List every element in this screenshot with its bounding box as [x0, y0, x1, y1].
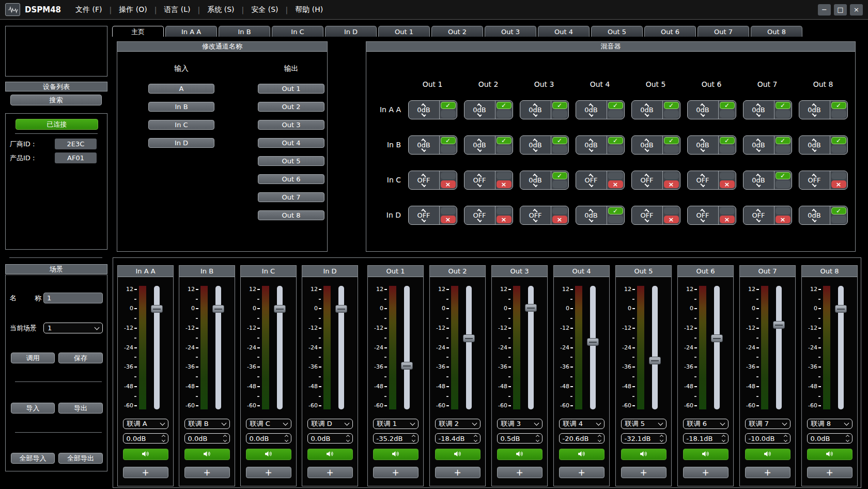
add-button[interactable]: +	[621, 467, 667, 478]
rename-input-button-in-c[interactable]: In C	[148, 120, 214, 130]
route-enable-button[interactable]	[664, 207, 679, 215]
route-disable-button[interactable]	[497, 110, 512, 118]
route-disable-button[interactable]: ×	[831, 180, 846, 188]
gain-value-spinner[interactable]: -35.2dB	[373, 433, 419, 444]
mute-button[interactable]	[307, 449, 353, 460]
route-enable-button[interactable]	[664, 172, 679, 179]
route-disable-button[interactable]	[720, 145, 735, 153]
add-button[interactable]: +	[683, 467, 729, 478]
add-button[interactable]: +	[497, 467, 542, 478]
rename-output-button-out-3[interactable]: Out 3	[258, 120, 324, 130]
tab-in-c[interactable]: In C	[272, 26, 323, 37]
route-disable-button[interactable]	[831, 216, 846, 223]
add-button[interactable]: +	[123, 467, 168, 478]
rename-output-button-out-2[interactable]: Out 2	[258, 102, 324, 112]
route-disable-button[interactable]: ×	[441, 216, 456, 223]
fader-thumb[interactable]	[525, 304, 537, 312]
rename-output-button-out-8[interactable]: Out 8	[258, 210, 324, 220]
tab-in-a-a[interactable]: In A A	[165, 26, 217, 37]
add-button[interactable]: +	[435, 467, 481, 478]
route-enable-button[interactable]	[720, 207, 735, 215]
route-enable-button[interactable]	[441, 207, 456, 215]
gain-value-spinner[interactable]: 0.0dB	[123, 433, 168, 444]
link-group-select[interactable]: 联调 7	[745, 419, 791, 429]
tab-in-b[interactable]: In B	[219, 26, 270, 37]
mute-button[interactable]	[807, 449, 853, 460]
rename-output-button-out-6[interactable]: Out 6	[258, 174, 324, 184]
fader-track[interactable]	[404, 286, 410, 409]
mixer-gain-spinner[interactable]: OFF	[743, 206, 774, 224]
route-enable-button[interactable]: ✓	[441, 102, 456, 110]
add-button[interactable]: +	[745, 467, 791, 478]
link-group-select[interactable]: 联调 3	[497, 419, 542, 429]
mixer-gain-spinner[interactable]: 0dB	[688, 101, 718, 119]
mixer-gain-spinner[interactable]: 0dB	[409, 101, 439, 119]
add-button[interactable]: +	[559, 467, 605, 478]
close-button[interactable]: ×	[850, 4, 863, 16]
mixer-gain-spinner[interactable]: 0dB	[688, 136, 718, 154]
route-disable-button[interactable]	[831, 145, 846, 153]
search-button[interactable]: 搜索	[10, 95, 102, 105]
mixer-gain-spinner[interactable]: 0dB	[743, 171, 774, 189]
mixer-gain-spinner[interactable]: OFF	[688, 171, 718, 189]
add-button[interactable]: +	[307, 467, 353, 478]
fader-thumb[interactable]	[711, 334, 723, 342]
route-disable-button[interactable]: ×	[720, 216, 735, 223]
link-group-select[interactable]: 联调 A	[123, 419, 168, 429]
mixer-gain-spinner[interactable]: 0dB	[799, 101, 830, 119]
fader-track[interactable]	[776, 286, 782, 409]
tab-out-7[interactable]: Out 7	[698, 26, 749, 37]
tab-主页[interactable]: 主页	[112, 26, 164, 37]
gain-value-spinner[interactable]: -18.1dB	[683, 433, 729, 444]
route-enable-button[interactable]: ✓	[720, 102, 735, 110]
mixer-gain-spinner[interactable]: OFF	[576, 171, 607, 189]
mixer-gain-spinner[interactable]: OFF	[632, 206, 662, 224]
mixer-gain-spinner[interactable]: 0dB	[799, 136, 830, 154]
gain-value-spinner[interactable]: -32.1dB	[621, 433, 667, 444]
current-scene-select[interactable]: 1	[43, 323, 103, 333]
route-disable-button[interactable]	[776, 110, 791, 118]
rename-output-button-out-7[interactable]: Out 7	[258, 192, 324, 202]
route-disable-button[interactable]: ×	[497, 216, 512, 223]
route-enable-button[interactable]: ✓	[831, 137, 846, 145]
route-enable-button[interactable]: ✓	[776, 137, 791, 145]
route-enable-button[interactable]	[441, 172, 456, 179]
route-disable-button[interactable]	[608, 145, 623, 153]
add-button[interactable]: +	[184, 467, 230, 478]
route-enable-button[interactable]: ✓	[831, 207, 846, 215]
route-enable-button[interactable]: ✓	[608, 207, 623, 215]
route-enable-button[interactable]: ✓	[497, 137, 512, 145]
menu-item-6[interactable]: 帮助 (H)	[288, 5, 330, 14]
save-button[interactable]: 保存	[58, 353, 103, 363]
route-disable-button[interactable]: ×	[664, 180, 679, 188]
route-enable-button[interactable]: ✓	[776, 172, 791, 180]
fader-thumb[interactable]	[335, 305, 347, 313]
route-enable-button[interactable]: ✓	[664, 102, 679, 110]
mute-button[interactable]	[497, 449, 542, 460]
fader-track[interactable]	[652, 286, 658, 409]
route-disable-button[interactable]: ×	[776, 216, 791, 223]
route-disable-button[interactable]: ×	[552, 216, 567, 223]
link-group-select[interactable]: 联调 C	[246, 419, 291, 429]
gain-value-spinner[interactable]: 0.5dB	[497, 433, 542, 444]
route-enable-button[interactable]: ✓	[552, 172, 567, 180]
mute-button[interactable]	[184, 449, 230, 460]
menu-item-2[interactable]: 操作 (O)	[112, 5, 154, 14]
add-button[interactable]: +	[246, 467, 291, 478]
fader-thumb[interactable]	[151, 305, 163, 313]
rename-input-button-in-b[interactable]: In B	[148, 102, 214, 112]
tab-out-5[interactable]: Out 5	[591, 26, 643, 37]
scene-name-input[interactable]	[43, 293, 103, 303]
mixer-gain-spinner[interactable]: 0dB	[576, 136, 607, 154]
import-button[interactable]: 导入	[11, 403, 55, 414]
add-button[interactable]: +	[807, 467, 853, 478]
mixer-gain-spinner[interactable]: 0dB	[520, 101, 551, 119]
link-group-select[interactable]: 联调 B	[184, 419, 230, 429]
route-disable-button[interactable]	[608, 110, 623, 118]
fader-track[interactable]	[838, 286, 844, 409]
route-disable-button[interactable]: ×	[497, 180, 512, 188]
link-group-select[interactable]: 联调 5	[621, 419, 667, 429]
gain-value-spinner[interactable]: -10.0dB	[745, 433, 791, 444]
link-group-select[interactable]: 联调 6	[683, 419, 729, 429]
fader-track[interactable]	[466, 286, 472, 409]
